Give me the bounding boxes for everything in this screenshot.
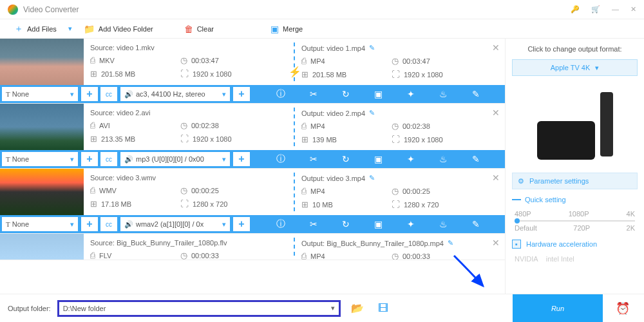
resolution-icon: ⛶: [180, 69, 189, 79]
add-subtitle-button[interactable]: +: [81, 217, 98, 231]
edit-tool-icon[interactable]: ✎: [472, 154, 480, 164]
resolution-icon: ⛶: [392, 200, 400, 209]
source-size: 17.18 MB: [101, 200, 131, 208]
source-format: MKV: [99, 57, 115, 64]
edit-icon[interactable]: ✎: [369, 174, 375, 182]
add-files-button[interactable]: ＋Add Files: [8, 21, 63, 37]
video-thumbnail[interactable]: [0, 39, 84, 85]
source-size: 201.58 MB: [101, 70, 135, 78]
format-icon: ⎙: [301, 251, 307, 260]
minimize-button[interactable]: —: [612, 5, 619, 14]
cc-button[interactable]: cc: [100, 152, 117, 166]
hw-accel-toggle[interactable]: ▪Hardware acceleration: [512, 240, 638, 249]
effect-icon[interactable]: ✦: [407, 154, 415, 164]
source-format: FLV: [99, 252, 111, 260]
audio-track-select[interactable]: 🔊mp3 (U[0][0][0] / 0x00▾: [120, 152, 230, 166]
output-format-select[interactable]: Apple TV 4K▾: [512, 59, 638, 76]
crop-icon[interactable]: ▣: [374, 154, 383, 164]
open-folder-button[interactable]: 📂: [347, 302, 368, 314]
video-thumbnail[interactable]: [0, 234, 84, 260]
output-format: MP4: [310, 252, 325, 260]
watermark-icon[interactable]: ♨: [439, 154, 448, 164]
audio-track-select[interactable]: 🔊ac3, 44100 Hz, stereo▾: [120, 87, 230, 101]
remove-item-button[interactable]: ✕: [492, 238, 500, 248]
source-info: Source: Big_Buck_Bunny_Trailer_1080p.flv…: [84, 234, 294, 260]
output-info: ✕ Output: Big_Buck_Bunny_Trailer_1080p.m…: [295, 234, 505, 260]
trim-icon[interactable]: ✂: [310, 154, 317, 164]
subtitle-select[interactable]: T None▾: [2, 152, 78, 166]
rotate-icon[interactable]: ↻: [342, 89, 350, 99]
key-icon[interactable]: 🔑: [571, 5, 580, 14]
run-button[interactable]: Run: [513, 294, 603, 323]
format-icon: ⎙: [301, 56, 307, 66]
edit-icon[interactable]: ✎: [369, 109, 375, 117]
subtitle-select[interactable]: T None▾: [2, 217, 78, 231]
add-subtitle-button[interactable]: +: [81, 152, 98, 166]
edit-tool-icon[interactable]: ✎: [472, 89, 480, 99]
remove-item-button[interactable]: ✕: [492, 43, 500, 53]
format-icon: ⎙: [90, 251, 95, 260]
trash-icon: 🗑: [184, 24, 193, 34]
trim-icon[interactable]: ✂: [310, 219, 317, 229]
dropdown-icon[interactable]: ▾: [66, 24, 75, 33]
add-audio-button[interactable]: +: [233, 217, 250, 231]
trim-icon[interactable]: ✂: [310, 89, 317, 99]
size-icon: ⊞: [90, 199, 97, 209]
add-audio-button[interactable]: +: [233, 152, 250, 166]
hw-vendors: NVIDIAintel Intel: [512, 255, 638, 263]
alarm-icon[interactable]: ⏰: [609, 301, 636, 316]
add-subtitle-button[interactable]: +: [81, 87, 98, 101]
add-audio-button[interactable]: +: [233, 87, 250, 101]
source-label: Source: Big_Buck_Bunny_Trailer_1080p.flv: [90, 239, 287, 247]
remove-item-button[interactable]: ✕: [492, 173, 500, 183]
crop-icon[interactable]: ▣: [374, 219, 383, 229]
watermark-icon[interactable]: ♨: [439, 219, 448, 229]
sliders-icon: ⚙: [518, 177, 524, 185]
add-folder-button[interactable]: 📁Add Video Folder: [77, 21, 160, 37]
output-folder-input[interactable]: D:\New folder▾: [57, 300, 341, 317]
edit-icon[interactable]: ✎: [448, 239, 453, 247]
merge-button[interactable]: ▣Merge: [264, 21, 309, 37]
watermark-icon[interactable]: ♨: [439, 89, 448, 99]
video-thumbnail[interactable]: [0, 104, 84, 150]
source-label: Source: video 2.avi: [90, 109, 287, 117]
size-icon: ⊞: [90, 134, 97, 144]
cc-button[interactable]: cc: [100, 217, 117, 231]
info-icon[interactable]: ⓘ: [276, 88, 285, 100]
info-icon[interactable]: ⓘ: [276, 218, 285, 230]
output-resolution: 1280 x 720: [404, 201, 439, 209]
clock-icon: ◷: [392, 251, 399, 260]
format-hint: Click to change output format:: [512, 45, 638, 53]
remove-item-button[interactable]: ✕: [492, 108, 500, 118]
resolution-icon: ⛶: [180, 199, 189, 209]
cart-icon[interactable]: 🛒: [591, 5, 600, 14]
output-resolution: 1920 x 1080: [404, 136, 443, 144]
clear-button[interactable]: 🗑Clear: [178, 21, 220, 37]
info-icon[interactable]: ⓘ: [276, 153, 285, 165]
video-folder-button[interactable]: 🎞: [374, 303, 392, 314]
crop-icon[interactable]: ▣: [374, 89, 383, 99]
cc-button[interactable]: cc: [100, 87, 117, 101]
chevron-down-icon: ▾: [595, 64, 599, 72]
resolution-slider[interactable]: 480P1080P4K Default720P2K: [512, 210, 638, 233]
source-label: Source: video 1.mkv: [90, 44, 287, 52]
resolution-icon: ⛶: [392, 70, 400, 79]
speaker-icon: 🔊: [124, 220, 133, 229]
video-thumbnail[interactable]: [0, 169, 84, 215]
item-toolbar: T None▾ + cc 🔊ac3, 44100 Hz, stereo▾ + ⓘ…: [0, 85, 505, 103]
subtitle-select[interactable]: T None▾: [2, 87, 78, 101]
close-button[interactable]: ✕: [630, 5, 636, 14]
slider-handle[interactable]: [515, 218, 520, 223]
effect-icon[interactable]: ✦: [407, 89, 415, 99]
rotate-icon[interactable]: ↻: [342, 154, 350, 164]
output-folder-label: Output folder:: [8, 305, 51, 312]
chevron-down-icon: ▾: [331, 304, 335, 312]
audio-track-select[interactable]: 🔊wmav2 (a[1][0][0] / 0x▾: [120, 217, 230, 231]
rotate-icon[interactable]: ↻: [342, 219, 350, 229]
parameter-settings-button[interactable]: ⚙Parameter settings: [512, 173, 638, 189]
edit-icon[interactable]: ✎: [369, 44, 375, 52]
output-format: MP4: [310, 187, 325, 195]
item-toolbar: T None▾ + cc 🔊mp3 (U[0][0][0] / 0x00▾ + …: [0, 150, 505, 168]
edit-tool-icon[interactable]: ✎: [472, 219, 480, 229]
effect-icon[interactable]: ✦: [407, 219, 415, 229]
